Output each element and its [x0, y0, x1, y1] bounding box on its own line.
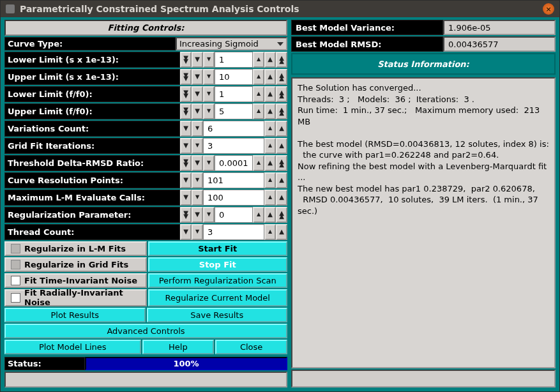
context-up-button[interactable]: ▲	[264, 121, 276, 137]
variance-value: 1.906e-05	[443, 20, 556, 35]
context-down-button[interactable]: ▼	[192, 190, 203, 206]
save-results-button[interactable]: Save Results	[147, 308, 288, 322]
step-big-down-button[interactable]: ▼▼	[180, 103, 192, 119]
step-up-button[interactable]: ▲	[276, 224, 287, 240]
down-icon: ▼	[195, 56, 200, 63]
context-up-button[interactable]: ▲	[253, 52, 264, 68]
context-down-button[interactable]: ▼	[192, 121, 203, 137]
context-down-button[interactable]: ▼	[203, 52, 215, 68]
close-icon[interactable]: ×	[543, 3, 554, 15]
step-up-button[interactable]: ▲	[264, 86, 276, 102]
step-down-button[interactable]: ▼	[192, 69, 203, 85]
param-label: Upper Limit (f/f0):	[4, 103, 180, 119]
context-up-button[interactable]: ▲	[264, 190, 276, 206]
regularize-lm-checkbox[interactable]: Regularize in L-M Fits	[4, 241, 147, 256]
context-down-button[interactable]: ▼	[203, 155, 215, 171]
step-big-up-button[interactable]: ▲▲	[276, 207, 287, 223]
step-up-button[interactable]: ▲	[264, 103, 276, 119]
step-big-down-button[interactable]: ▼▼	[180, 86, 192, 102]
step-big-up-button[interactable]: ▲▲	[276, 52, 287, 68]
context-up-button[interactable]: ▲	[253, 155, 264, 171]
small-up-icon: ▲	[268, 195, 272, 200]
regularize-current-button[interactable]: Regularize Current Model	[148, 289, 288, 306]
plot-model-lines-button[interactable]: Plot Model Lines	[4, 340, 141, 354]
param-row: Grid Fit Iterations:▼▼3▲▲	[4, 138, 287, 154]
bottom-right-field[interactable]	[291, 370, 556, 388]
step-up-button[interactable]: ▲	[264, 52, 276, 68]
help-button[interactable]: Help	[142, 340, 215, 354]
left-column: Fitting Controls: Curve Type: Increasing…	[4, 20, 287, 388]
step-big-down-button[interactable]: ▼▼	[180, 69, 192, 85]
perform-regularization-button[interactable]: Perform Regularization Scan	[148, 273, 288, 288]
fit-time-noise-checkbox[interactable]: Fit Time-Invariant Noise	[4, 273, 147, 288]
close-button[interactable]: Close	[215, 340, 287, 354]
step-down-button[interactable]: ▼	[180, 121, 192, 137]
step-big-down-button[interactable]: ▼▼	[180, 52, 192, 68]
param-input[interactable]: 3	[203, 138, 264, 154]
regularize-grid-checkbox[interactable]: Regularize in Grid Fits	[4, 257, 147, 272]
param-row: Upper Limit (s x 1e-13):▼▼▼▼10▲▲▲▲	[4, 69, 287, 85]
context-down-button[interactable]: ▼	[192, 224, 203, 240]
step-big-up-button[interactable]: ▲▲	[276, 86, 287, 102]
plot-results-button[interactable]: Plot Results	[4, 308, 146, 322]
step-up-button[interactable]: ▲	[276, 138, 287, 154]
param-input[interactable]: 10	[215, 69, 253, 85]
fit-radial-noise-checkbox[interactable]: Fit Radially-Invariant Noise	[4, 289, 147, 306]
context-up-button[interactable]: ▲	[253, 207, 264, 223]
param-input[interactable]: 0.0001	[215, 155, 253, 171]
step-down-button[interactable]: ▼	[180, 138, 192, 154]
param-input[interactable]: 101	[203, 172, 264, 188]
step-down-button[interactable]: ▼	[192, 103, 203, 119]
bottom-left-field[interactable]	[4, 372, 287, 388]
param-label: Lower Limit (s x 1e-13):	[4, 52, 180, 68]
step-down-button[interactable]: ▼	[192, 207, 203, 223]
step-big-up-button[interactable]: ▲▲	[276, 103, 287, 119]
context-down-button[interactable]: ▼	[203, 207, 215, 223]
advanced-controls-button[interactable]: Advanced Controls	[4, 324, 287, 338]
step-up-button[interactable]: ▲	[276, 190, 287, 206]
curve-type-select[interactable]: Increasing Sigmoid	[176, 37, 287, 50]
context-down-button[interactable]: ▼	[203, 103, 215, 119]
context-down-button[interactable]: ▼	[203, 86, 215, 102]
step-down-button[interactable]: ▼	[180, 224, 192, 240]
context-down-button[interactable]: ▼	[192, 138, 203, 154]
context-up-button[interactable]: ▲	[253, 69, 264, 85]
status-info-text[interactable]: The Solution has converged... Threads: 3…	[291, 77, 556, 368]
step-big-up-button[interactable]: ▲▲	[276, 69, 287, 85]
param-input[interactable]: 100	[203, 190, 264, 206]
step-up-button[interactable]: ▲	[276, 172, 287, 188]
context-down-button[interactable]: ▼	[203, 69, 215, 85]
param-input[interactable]: 5	[215, 103, 253, 119]
context-up-button[interactable]: ▲	[264, 224, 276, 240]
checkbox-icon	[11, 260, 20, 269]
variance-row: Best Model Variance: 1.906e-05	[291, 20, 556, 35]
step-up-button[interactable]: ▲	[264, 207, 276, 223]
step-up-button[interactable]: ▲	[276, 121, 287, 137]
double-up-icon: ▲▲	[279, 160, 284, 167]
step-big-up-button[interactable]: ▲▲	[276, 155, 287, 171]
param-row: Lower Limit (f/f0):▼▼▼▼1▲▲▲▲	[4, 86, 287, 102]
variance-label: Best Model Variance:	[291, 20, 443, 35]
start-fit-button[interactable]: Start Fit	[148, 241, 288, 256]
step-up-button[interactable]: ▲	[264, 69, 276, 85]
step-big-down-button[interactable]: ▼▼	[180, 207, 192, 223]
param-input[interactable]: 1	[215, 52, 253, 68]
step-down-button[interactable]: ▼	[192, 155, 203, 171]
param-input[interactable]: 1	[215, 86, 253, 102]
step-up-button[interactable]: ▲	[264, 155, 276, 171]
step-down-button[interactable]: ▼	[192, 86, 203, 102]
context-up-button[interactable]: ▲	[264, 172, 276, 188]
step-down-button[interactable]: ▼	[180, 172, 192, 188]
context-down-button[interactable]: ▼	[192, 172, 203, 188]
param-input[interactable]: 0	[215, 207, 253, 223]
stop-fit-button[interactable]: Stop Fit	[148, 257, 288, 272]
context-up-button[interactable]: ▲	[253, 103, 264, 119]
small-down-icon: ▼	[207, 74, 211, 79]
step-big-down-button[interactable]: ▼▼	[180, 155, 192, 171]
step-down-button[interactable]: ▼	[192, 52, 203, 68]
step-down-button[interactable]: ▼	[180, 190, 192, 206]
param-input[interactable]: 6	[203, 121, 264, 137]
context-up-button[interactable]: ▲	[253, 86, 264, 102]
context-up-button[interactable]: ▲	[264, 138, 276, 154]
param-input[interactable]: 3	[203, 224, 264, 240]
